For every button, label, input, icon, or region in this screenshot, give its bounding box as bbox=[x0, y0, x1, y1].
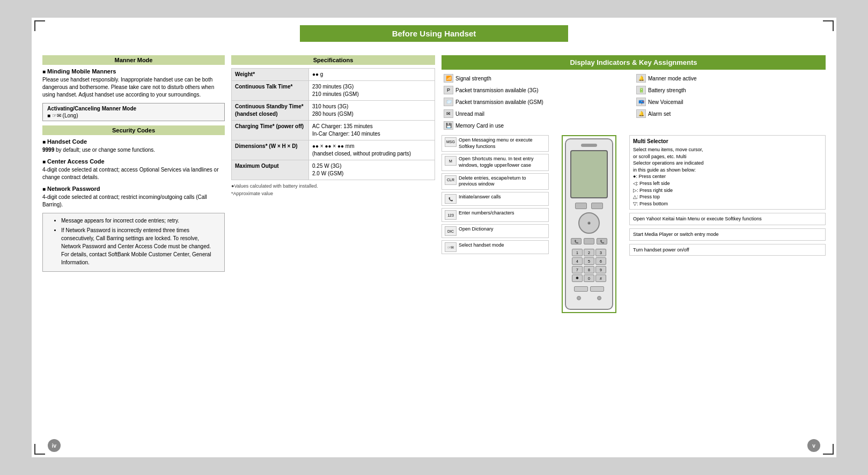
specs-row-1: Continuous Talk Time*230 minutes (3G) 21… bbox=[232, 81, 435, 101]
right-label-line-0-1: or scroll pages, etc. Multi bbox=[633, 153, 822, 160]
indicator-row-8: 💾Memory Card in use bbox=[442, 120, 633, 131]
phone-nav-circle: ◉ bbox=[578, 212, 600, 234]
handset-code-number: 9999 bbox=[42, 147, 54, 153]
network-pwd-heading: Network Password bbox=[42, 185, 225, 192]
phone-label-right-1: Open Yahoo! Keitai Main Menu or execute … bbox=[629, 213, 826, 225]
right-label-title-0: Multi Selector bbox=[633, 138, 822, 145]
page-container: iv v Before Using Handset Manner Mode Mi… bbox=[32, 18, 836, 457]
specs-value-4: ●● × ●● × ●● mm (handset closed, without… bbox=[309, 140, 435, 160]
corner-mark-br bbox=[823, 444, 834, 455]
display-header: Display Indicators & Key Assignments bbox=[442, 55, 826, 70]
indicator-row-7: 🔔Alarm set bbox=[634, 108, 826, 119]
phone-label-right-3: Turn handset power on/off bbox=[629, 244, 826, 256]
left-panel: Manner Mode Minding Mobile Manners Pleas… bbox=[42, 55, 225, 447]
phone-label-left-4: 123Enter numbers/characters bbox=[442, 208, 549, 222]
network-pwd-body: 4-digit code selected at contract; restr… bbox=[42, 194, 225, 209]
activating-detail: ■ ☞✉ (Long) bbox=[47, 113, 220, 118]
right-label-line-3-0: Turn handset power on/off bbox=[633, 247, 822, 254]
phone-label-right-2: Start Media Player or switch entry mode bbox=[629, 228, 826, 241]
specs-label-3: Charging Time* (power off) bbox=[232, 121, 309, 140]
right-label-line-2-0: Start Media Player or switch entry mode bbox=[633, 231, 822, 238]
phone-label-icon-3: 📞 bbox=[445, 194, 457, 204]
security-codes-header: Security Codes bbox=[42, 125, 225, 135]
phone-body: ◉ 📞 📞 123 456 789 bbox=[565, 138, 613, 310]
security-bullets: Message appears for incorrect code entri… bbox=[42, 213, 225, 272]
indicator-row-4: 📨Packet transmission available (GSM) bbox=[442, 97, 633, 107]
phone-label-right-0: Multi SelectorSelect menu items, move cu… bbox=[629, 135, 826, 210]
minding-manners-body: Please use handset responsibly. Inapprop… bbox=[42, 76, 225, 99]
indicator-label-6: Unread mail bbox=[455, 111, 484, 117]
indicator-row-2: PPacket transmission available (3G) bbox=[442, 85, 633, 95]
phone-label-icon-0: MSG bbox=[445, 137, 457, 147]
bullet-1: Message appears for incorrect code entri… bbox=[61, 217, 220, 225]
specs-value-1: 230 minutes (3G) 210 minutes (GSM) bbox=[309, 81, 435, 101]
specs-row-2: Continuous Standby Time* (handset closed… bbox=[232, 101, 435, 121]
handset-code-heading: Handset Code bbox=[42, 138, 225, 145]
minding-manners-heading: Minding Mobile Manners bbox=[42, 68, 225, 75]
indicator-row-5: 📪New Voicemail bbox=[634, 97, 826, 107]
corner-mark-tl bbox=[34, 20, 45, 31]
indicator-icon-7: 🔔 bbox=[636, 109, 646, 118]
indicator-icon-4: 📨 bbox=[444, 98, 453, 106]
specs-row-0: Weight*●● g bbox=[232, 69, 435, 81]
indicator-row-3: 🔋Battery strength bbox=[634, 85, 826, 95]
indicator-icon-5: 📪 bbox=[636, 98, 646, 106]
phone-label-text-6: Select handset mode bbox=[459, 242, 504, 249]
bullet-2: If Network Password is incorrectly enter… bbox=[61, 226, 220, 266]
center-access-body: 4-digit code selected at contract; acces… bbox=[42, 166, 225, 181]
right-label-line-1-0: Open Yahoo! Keitai Main Menu or execute … bbox=[633, 216, 822, 222]
specs-label-0: Weight* bbox=[232, 69, 309, 81]
phone-label-text-3: Initiate/answer calls bbox=[459, 194, 501, 201]
phone-label-text-1: Open Shortcuts menu. In text entry windo… bbox=[459, 156, 546, 168]
indicator-row-6: ✉Unread mail bbox=[442, 108, 633, 119]
phone-label-icon-2: CLR bbox=[445, 175, 457, 185]
page-title: Before Using Handset bbox=[392, 29, 476, 38]
phone-label-icon-6: ☞✉ bbox=[445, 242, 457, 252]
manner-mode-header: Manner Mode bbox=[42, 55, 225, 65]
specs-note1: ●Values calculated with battery installe… bbox=[231, 183, 435, 189]
phone-label-left-5: DICOpen Dictionary bbox=[442, 224, 549, 238]
indicator-icon-0: 📶 bbox=[444, 74, 453, 83]
specs-row-4: Dimensions* (W × H × D)●● × ●● × ●● mm (… bbox=[232, 140, 435, 160]
right-label-line-0-4: ●: Press center bbox=[633, 173, 822, 180]
phone-label-text-4: Enter numbers/characters bbox=[459, 210, 514, 217]
phone-label-icon-1: M bbox=[445, 156, 457, 166]
indicator-label-0: Signal strength bbox=[455, 76, 491, 81]
phone-label-left-1: MOpen Shortcuts menu. In text entry wind… bbox=[442, 154, 549, 170]
indicator-label-5: New Voicemail bbox=[648, 99, 683, 105]
specs-value-0: ●● g bbox=[309, 69, 435, 81]
indicator-row-1: 🔔Manner mode active bbox=[634, 73, 826, 84]
phone-label-left-2: CLRDelete entries, escape/return to prev… bbox=[442, 173, 549, 190]
middle-panel: Specifications Weight*●● gContinuous Tal… bbox=[231, 55, 435, 447]
activating-title: Activating/Canceling Manner Mode bbox=[47, 106, 220, 112]
corner-mark-tr bbox=[823, 20, 834, 31]
indicator-icon-3: 🔋 bbox=[636, 86, 646, 94]
right-panel: Display Indicators & Key Assignments 📶Si… bbox=[442, 55, 826, 447]
indicators-grid: 📶Signal strength🔔Manner mode activePPack… bbox=[442, 73, 826, 131]
phone-label-left-3: 📞Initiate/answer calls bbox=[442, 192, 549, 206]
indicator-row-0: 📶Signal strength bbox=[442, 73, 633, 84]
handset-code-body: 9999 by default; use or change some func… bbox=[42, 146, 225, 154]
specs-value-5: 0.25 W (3G) 2.0 W (GSM) bbox=[309, 160, 435, 180]
indicator-icon-8: 💾 bbox=[444, 121, 453, 130]
indicator-icon-2: P bbox=[444, 86, 453, 94]
page-num-left: iv bbox=[48, 439, 61, 452]
right-label-line-0-3: in this guide as shown below: bbox=[633, 167, 822, 174]
phone-screen bbox=[570, 150, 608, 198]
specs-table: Weight*●● gContinuous Talk Time*230 minu… bbox=[231, 68, 435, 180]
specs-value-3: AC Charger: 135 minutes In-Car Charger: … bbox=[309, 121, 435, 140]
specs-label-4: Dimensions* (W × H × D) bbox=[232, 140, 309, 160]
main-layout: Manner Mode Minding Mobile Manners Pleas… bbox=[42, 55, 826, 447]
phone-labels-right: Multi SelectorSelect menu items, move cu… bbox=[629, 135, 826, 313]
phone-label-left-0: MSGOpen Messaging menu or execute Softke… bbox=[442, 135, 549, 152]
phone-label-icon-5: DIC bbox=[445, 226, 457, 236]
specs-note2: *Approximate value bbox=[231, 191, 435, 196]
phone-keypad: 123 456 789 ✱0# bbox=[572, 249, 606, 282]
right-label-line-0-0: Select menu items, move cursor, bbox=[633, 146, 822, 153]
center-access-heading: Center Access Code bbox=[42, 158, 225, 165]
indicator-label-3: Battery strength bbox=[648, 87, 686, 93]
handset-code-text: by default; use or change some functions… bbox=[56, 147, 155, 153]
phone-labels-left: MSGOpen Messaging menu or execute Softke… bbox=[442, 135, 549, 313]
specs-row-3: Charging Time* (power off)AC Charger: 13… bbox=[232, 121, 435, 140]
indicator-label-7: Alarm set bbox=[648, 111, 671, 117]
